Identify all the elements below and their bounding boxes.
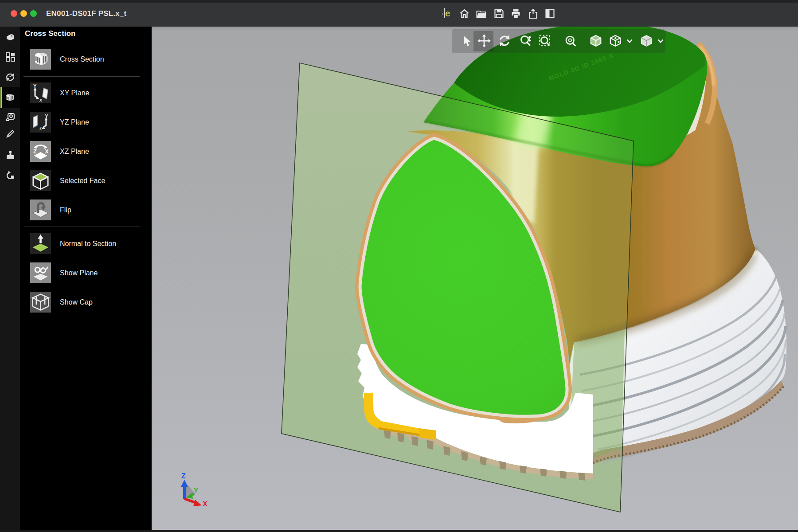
svg-text:Z: Z bbox=[181, 472, 186, 480]
svg-text:X: X bbox=[203, 500, 207, 508]
svg-text:Y: Y bbox=[194, 486, 198, 494]
svg-text:Y: Y bbox=[45, 113, 48, 119]
svg-text:z: z bbox=[39, 125, 42, 130]
svg-text:x: x bbox=[39, 97, 43, 102]
svg-text:X: X bbox=[45, 149, 49, 155]
svg-text:Z: Z bbox=[33, 149, 37, 155]
